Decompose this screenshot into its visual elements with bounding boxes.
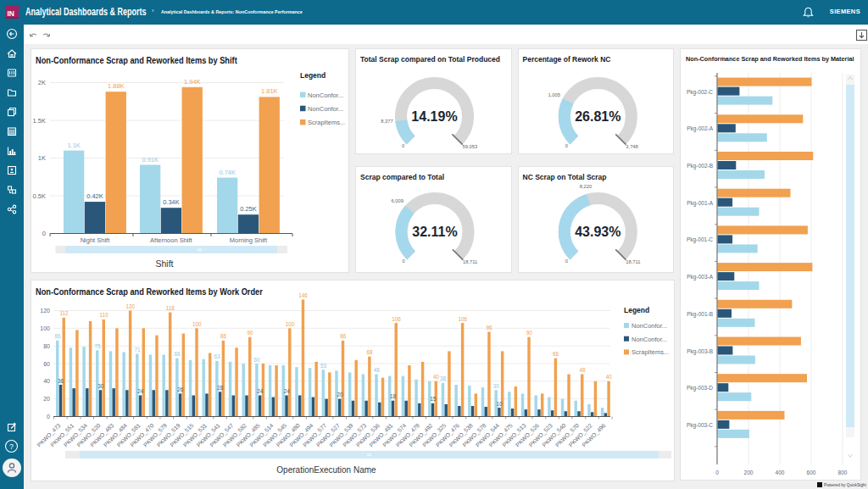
svg-text:Pkg-001-C: Pkg-001-C [687,236,713,243]
svg-text:86: 86 [340,333,347,339]
svg-text:0: 0 [402,143,404,148]
svg-text:14.19%: 14.19% [411,109,457,124]
svg-text:1.88K: 1.88K [108,82,125,90]
svg-text:106: 106 [459,316,468,322]
svg-text:80: 80 [43,343,50,349]
svg-text:100: 100 [286,321,295,327]
svg-text:8,377: 8,377 [381,119,393,124]
svg-text:90: 90 [526,330,533,336]
svg-text:66: 66 [553,351,559,357]
svg-text:NonConfor...: NonConfor... [308,105,343,113]
svg-text:Pkg-001-B: Pkg-001-B [687,311,713,318]
svg-text:20: 20 [337,392,343,397]
svg-text:43.93%: 43.93% [575,225,620,239]
svg-text:OperationExecution Name: OperationExecution Name [276,465,376,475]
svg-text:0: 0 [42,230,46,237]
svg-text:0.74K: 0.74K [219,169,236,176]
svg-text:30: 30 [493,383,500,389]
svg-text:20: 20 [43,396,50,402]
svg-text:60: 60 [43,361,50,367]
svg-text:36: 36 [58,378,64,384]
svg-text:15: 15 [430,396,437,402]
svg-text:1.1K: 1.1K [67,142,80,149]
svg-text:106: 106 [392,316,401,322]
svg-text:68: 68 [366,349,373,355]
svg-text:600: 600 [807,470,816,475]
svg-text:ScrapItems...: ScrapItems... [308,119,345,126]
svg-text:38: 38 [440,375,447,381]
svg-text:100: 100 [192,321,202,327]
svg-text:Pkg-003-C: Pkg-003-C [687,422,713,429]
svg-text:40: 40 [433,374,440,380]
svg-text:400: 400 [776,470,785,475]
svg-text:86: 86 [54,333,61,339]
svg-text:NonConfor...: NonConfor... [632,336,667,343]
svg-text:Pkg-003-B: Pkg-003-B [687,348,713,355]
svg-text:24: 24 [284,388,291,394]
svg-text:90: 90 [247,330,253,336]
svg-text:30: 30 [97,383,104,389]
svg-text:96: 96 [487,325,493,331]
svg-text:10: 10 [497,401,504,407]
svg-text:3,748: 3,748 [626,144,638,149]
svg-text:Pkg-002-B: Pkg-002-B [687,163,713,169]
svg-text:26: 26 [177,386,184,392]
svg-text:71: 71 [134,347,141,353]
svg-text:0: 0 [47,414,50,420]
svg-text:146: 146 [298,292,308,298]
svg-text:0: 0 [402,258,404,264]
svg-text:26.81%: 26.81% [575,109,620,124]
svg-text:75: 75 [94,343,101,349]
svg-text:1.94K: 1.94K [184,78,201,86]
svg-text:120: 120 [40,308,50,314]
svg-text:Pkg-002-A: Pkg-002-A [687,125,713,132]
svg-text:ScrapItems...: ScrapItems... [632,348,669,356]
svg-text:18: 18 [390,393,397,399]
svg-text:86: 86 [220,333,227,339]
svg-text:18,711: 18,711 [463,259,477,264]
svg-text:NonConfor...: NonConfor... [308,92,343,99]
svg-text:?: ? [9,442,14,451]
svg-text:Shift: Shift [155,258,173,269]
svg-text:1.5K: 1.5K [33,117,46,125]
svg-text:24: 24 [257,388,264,394]
svg-text:60: 60 [254,357,261,363]
svg-text:0: 0 [715,470,719,475]
svg-text:6,009: 6,009 [391,198,403,203]
svg-text:Pkg-003-A: Pkg-003-A [687,274,713,281]
svg-text:Legend: Legend [300,71,326,80]
svg-text:28: 28 [217,385,224,391]
svg-text:1K: 1K [38,154,46,162]
svg-text:63: 63 [214,353,220,359]
svg-text:0: 0 [565,143,567,148]
svg-text:110: 110 [99,312,108,318]
svg-text:24: 24 [137,388,144,394]
svg-text:Pkg-002-C: Pkg-002-C [687,89,713,96]
svg-text:59,053: 59,053 [463,144,478,149]
svg-text:118: 118 [166,305,175,311]
svg-text:100: 100 [40,325,50,331]
svg-text:Afternoon Shift: Afternoon Shift [150,236,193,244]
svg-text:0.25K: 0.25K [240,205,257,213]
svg-text:48: 48 [579,367,586,373]
svg-text:1.81K: 1.81K [261,87,278,95]
svg-text:66: 66 [174,351,181,357]
svg-text:Morning Shift: Morning Shift [230,236,268,244]
svg-text:0: 0 [565,258,567,264]
svg-text:0.34K: 0.34K [163,198,180,206]
svg-text:1,005: 1,005 [548,92,560,97]
svg-text:NonConfor...: NonConfor... [632,322,667,330]
svg-text:53: 53 [320,363,327,369]
svg-text:0.91K: 0.91K [142,156,159,164]
svg-text:2K: 2K [38,79,46,86]
svg-text:18,711: 18,711 [626,259,640,264]
svg-text:Pkg-003-D: Pkg-003-D [687,385,713,392]
svg-text:8,220: 8,220 [579,184,592,189]
svg-text:800: 800 [838,470,848,475]
svg-text:112: 112 [59,310,69,316]
svg-text:0.5K: 0.5K [33,192,46,200]
svg-text:Night Shift: Night Shift [81,236,111,244]
svg-text:Legend: Legend [624,306,649,314]
svg-text:40: 40 [43,378,50,384]
svg-text:Pkg-001-A: Pkg-001-A [687,200,713,207]
